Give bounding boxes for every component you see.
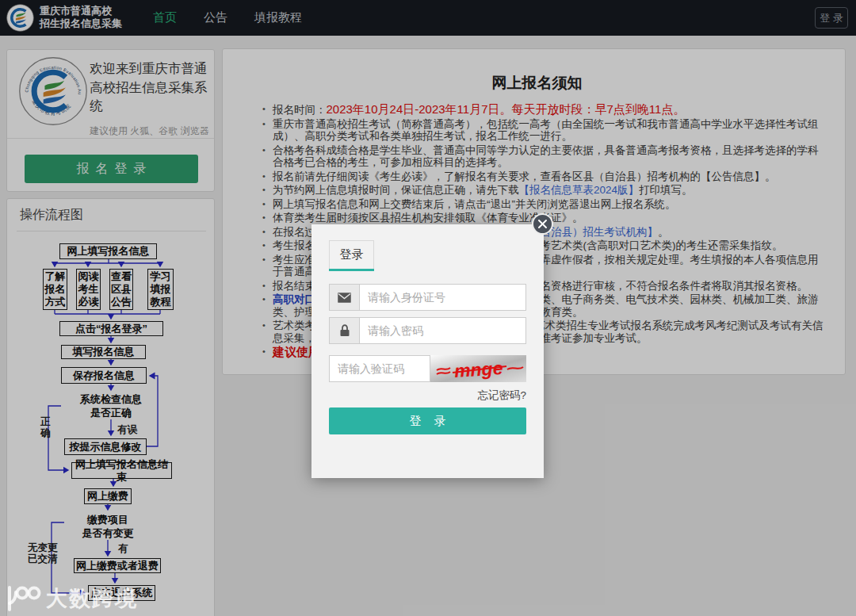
login-submit-button[interactable]: 登 录 — [329, 407, 526, 434]
forgot-password-link[interactable]: 忘记密码? — [329, 388, 526, 403]
watermark-logo-icon — [5, 584, 41, 613]
id-number-input[interactable] — [359, 284, 526, 311]
login-modal: 登录 — [311, 224, 544, 478]
watermark: 大数跨境 — [5, 584, 138, 613]
captcha-input[interactable] — [329, 355, 430, 382]
captcha-row: mnge — [329, 355, 526, 382]
captcha-image[interactable]: mnge — [430, 355, 526, 382]
page: 重庆市普通高校 招生报名信息采集 首页 公告 填报教程 登 录 Chongqin… — [0, 0, 856, 616]
id-field-row — [329, 284, 526, 311]
password-input[interactable] — [359, 317, 526, 344]
close-icon[interactable] — [532, 213, 553, 235]
watermark-text: 大数跨境 — [46, 584, 138, 613]
password-field-row — [329, 317, 526, 344]
tab-login[interactable]: 登录 — [329, 240, 374, 269]
lock-icon — [329, 317, 359, 344]
envelope-icon — [329, 284, 359, 311]
